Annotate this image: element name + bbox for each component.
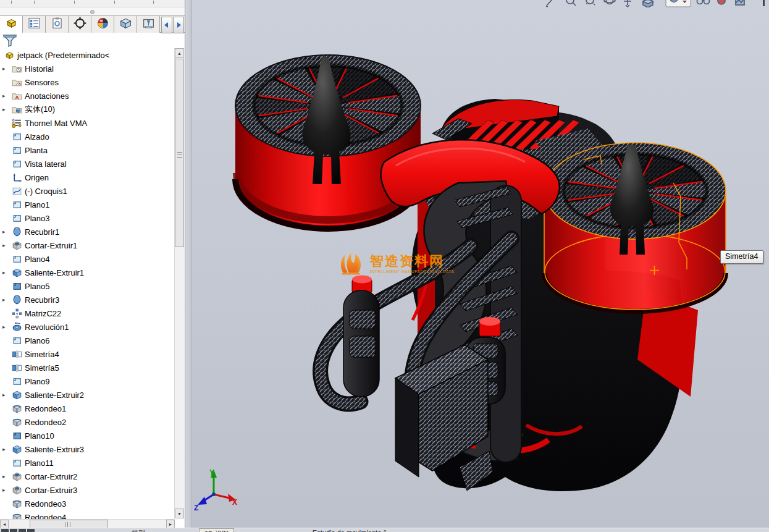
tree-item-cortar-extruir3[interactable]: ▸Cortar-Extruir3 [0, 483, 174, 497]
view-settings-icon[interactable] [763, 0, 765, 6]
tree-item-plano9[interactable]: Plano9 [0, 374, 174, 388]
plane-icon [12, 254, 22, 264]
tree-item-matrizc22[interactable]: MatrizC22 [0, 306, 174, 320]
tree-item-historial[interactable]: ▸Historial [0, 62, 174, 75]
tree-item-revoluci-n1[interactable]: ▸Revolución1 [0, 320, 174, 334]
plane-icon [12, 376, 22, 387]
tree-item-vista-lateral[interactable]: Vista lateral [0, 157, 174, 171]
expand-arrow-icon[interactable]: ▸ [2, 229, 11, 235]
tree-item-redondeo3[interactable]: Redondeo3 [0, 497, 174, 510]
scroll-left-button[interactable]: ◄ [0, 520, 9, 528]
expand-arrow-icon[interactable]: ▸ [2, 392, 11, 398]
tab-3d-views[interactable]: 3D 视图 [199, 528, 234, 532]
hide-show-icon[interactable] [697, 0, 703, 4]
tree-vertical-scrollbar[interactable]: ▲ ▼ [174, 48, 184, 518]
split-view-button[interactable] [10, 529, 17, 532]
tree-item-label: Anotaciones [25, 91, 69, 101]
view-orientation-icon[interactable] [643, 0, 653, 7]
tree-item-redondeo2[interactable]: Redondeo2 [0, 415, 174, 429]
tree-item-sensores[interactable]: Sensores [0, 75, 174, 89]
annotations-icon: A [12, 91, 22, 101]
right-fan-selected[interactable] [544, 143, 726, 311]
sensors-icon [12, 77, 22, 88]
tree-item-recubrir1[interactable]: ▸Recubrir1 [0, 225, 174, 239]
horizontal-scroll-thumb[interactable] [30, 520, 108, 528]
graphics-viewport[interactable]: Y X Z [192, 0, 769, 532]
tree-item-saliente-extruir3[interactable]: ▸Saliente-Extruir3 [0, 442, 174, 456]
tab-motion-study[interactable]: Estudio de movimiento 1 [308, 528, 392, 532]
tree-item-label: Sensores [25, 78, 59, 87]
tree-item-recubrir3[interactable]: ▸Recubrir3 [0, 293, 174, 306]
mirror-icon [12, 363, 22, 373]
display-style-button[interactable] [666, 0, 691, 7]
scroll-up-button[interactable]: ▲ [175, 48, 184, 58]
edit-sketch-icon[interactable] [546, 0, 553, 7]
expand-arrow-icon[interactable]: ▸ [2, 297, 11, 303]
tree-item-redondeo4[interactable]: Redondeo4 [0, 510, 174, 519]
expand-arrow-icon[interactable]: ▸ [2, 65, 11, 72]
jetpack-model-canvas[interactable]: Y X Z [192, 0, 769, 532]
tree-item-plano3[interactable]: Plano3 [0, 211, 174, 225]
tree-item-thornel-mat-vma[interactable]: Thornel Mat VMA [0, 116, 174, 130]
tree-item-plano1[interactable]: Plano1 [0, 198, 174, 211]
panel-tab-cam[interactable] [114, 16, 137, 33]
expand-arrow-icon[interactable]: ▸ [2, 93, 11, 99]
expand-arrow-icon[interactable]: ▸ [2, 487, 11, 493]
tree-item-simetr-a5[interactable]: Simetría5 [0, 361, 174, 374]
expand-arrow-icon[interactable]: ▸ [2, 446, 11, 452]
tree-item-planta[interactable]: Planta [0, 143, 174, 157]
tree-item-plano4[interactable]: Plano4 [0, 252, 174, 266]
tree-item-label: Redondeo2 [25, 418, 66, 427]
panel-tab-dimxpert[interactable] [69, 16, 91, 33]
expand-arrow-icon[interactable]: ▸ [2, 269, 11, 276]
edit-appearance-icon[interactable] [718, 0, 725, 4]
panel-tab-visualize[interactable] [137, 16, 160, 33]
tree-item-cortar-extruir1[interactable]: ▸Cortar-Extruir1 [0, 239, 174, 252]
panel-tab-displaymanager[interactable] [91, 16, 114, 33]
tree-item-origen[interactable]: Origen [0, 171, 174, 184]
tree-horizontal-scrollbar[interactable]: ◄ ► [0, 519, 175, 528]
tree-item-root[interactable]: jetpack (Predeterminado< [0, 48, 174, 62]
tree-item-plano6[interactable]: Plano6 [0, 334, 174, 347]
left-throttle-grip[interactable] [343, 276, 379, 397]
tree-item-cortar-extruir2[interactable]: ▸Cortar-Extruir2 [0, 470, 174, 483]
vertical-scroll-thumb[interactable] [175, 59, 184, 247]
tab-model[interactable]: 模型 [127, 528, 150, 532]
expand-arrow-icon[interactable]: ▸ [2, 242, 11, 248]
tree-item-croquis1[interactable]: (-) Croquis1 [0, 184, 174, 198]
split-view-button[interactable] [1, 529, 9, 532]
tree-item-label: Saliente-Extruir2 [25, 391, 84, 400]
split-view-button[interactable] [27, 529, 35, 532]
panel-tab-propertymanager[interactable] [46, 16, 69, 33]
expand-arrow-icon[interactable]: ▸ [2, 473, 11, 479]
panel-tab-featuremanager-display[interactable] [23, 16, 46, 33]
panel-tab-features[interactable] [0, 16, 23, 33]
tree-filter-row[interactable] [0, 33, 185, 49]
tree-item-saliente-extruir1[interactable]: ▸Saliente-Extruir1 [0, 266, 174, 279]
scroll-right-button[interactable]: ► [166, 520, 175, 528]
tree-item-anotaciones[interactable]: ▸AAnotaciones [0, 89, 174, 103]
split-view-button[interactable] [19, 529, 26, 532]
tabs-scroll-left-button[interactable] [161, 17, 172, 33]
tree-item-plano10[interactable]: Plano10 [0, 429, 174, 442]
scroll-down-button[interactable]: ▼ [175, 509, 184, 518]
tree-item-label: jetpack (Predeterminado< [17, 51, 109, 60]
panel-split-handle[interactable] [0, 7, 185, 15]
tree-item-saliente-extruir2[interactable]: ▸Saliente-Extruir2 [0, 388, 174, 402]
jetpack-model[interactable] [235, 55, 726, 491]
tree-item-label: MatrizC22 [25, 309, 61, 318]
tree-item-plano5[interactable]: Plano5 [0, 279, 174, 293]
tree-item-实体-10[interactable]: ▸实体(10) [0, 103, 174, 116]
tree-item-label: Simetría4 [25, 350, 59, 359]
panel-viewport-splitter[interactable] [185, 0, 192, 532]
tabs-scroll-right-button[interactable] [173, 17, 184, 33]
expand-arrow-icon[interactable]: ▸ [2, 106, 11, 112]
heads-up-toolbar[interactable] [544, 0, 769, 7]
expand-arrow-icon[interactable]: ▸ [2, 324, 11, 330]
tree-item-redondeo1[interactable]: Redondeo1 [0, 402, 174, 415]
pan-icon[interactable] [624, 0, 631, 7]
tree-item-simetr-a4[interactable]: Simetría4 [0, 347, 174, 361]
tree-item-alzado[interactable]: Alzado [0, 130, 174, 143]
tree-item-plano11[interactable]: Plano11 [0, 456, 174, 470]
part-icon [5, 17, 18, 32]
